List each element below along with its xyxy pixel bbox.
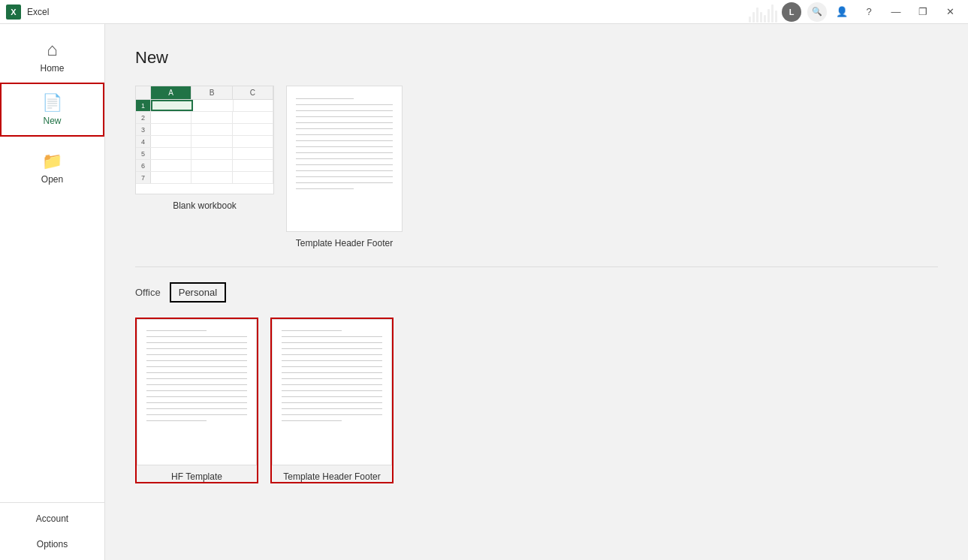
new-icon: 📄 — [42, 93, 62, 113]
wb-row-1: 1 — [136, 100, 273, 112]
app-title: Excel — [27, 7, 49, 17]
hf-template-thumbnail — [137, 319, 257, 465]
title-bar-controls: L 🔍 👤 ? — ❐ ✕ — [782, 0, 962, 24]
sidebar-new-label: New — [43, 116, 61, 126]
wb-row-6: 6 — [136, 160, 273, 172]
sidebar-item-new[interactable]: 📄 New — [0, 83, 104, 137]
hf-template-card[interactable]: HF Template — [135, 318, 258, 483]
sidebar-item-open[interactable]: 📁 Open — [0, 143, 104, 194]
personal-template-header-footer-card[interactable]: Template Header Footer — [270, 318, 394, 483]
filter-tabs: Office Personal — [135, 282, 938, 303]
sidebar-open-label: Open — [41, 174, 63, 185]
minimize-button[interactable]: — — [884, 0, 908, 24]
decorative-bars — [749, 2, 777, 23]
wb-row-4: 4 — [136, 136, 273, 148]
featured-template-label: Template Header Footer — [296, 238, 393, 248]
featured-template-card[interactable]: Template Header Footer — [286, 86, 403, 248]
sidebar: ⌂ Home 📄 New 📁 Open Account Options — [0, 24, 105, 560]
featured-template-thumbnail — [286, 86, 403, 232]
sidebar-item-home[interactable]: ⌂ Home — [0, 30, 104, 83]
wb-rows: 1 2 3 — [136, 100, 273, 184]
sidebar-account[interactable]: Account — [0, 506, 104, 531]
excel-logo: X — [6, 5, 21, 20]
search-button[interactable]: 🔍 — [807, 2, 827, 22]
home-icon: ⌂ — [47, 39, 58, 60]
filter-tab-personal[interactable]: Personal — [170, 282, 226, 303]
title-bar: X Excel L 🔍 👤 ? — ❐ ✕ — [0, 0, 968, 24]
sidebar-bottom: Account Options — [0, 502, 104, 560]
maximize-button[interactable]: ❐ — [911, 0, 935, 24]
sidebar-options[interactable]: Options — [0, 531, 104, 557]
wb-row-2: 2 — [136, 112, 273, 124]
wb-row-3: 3 — [136, 124, 273, 136]
title-bar-left: X Excel — [6, 5, 749, 20]
section-divider — [135, 266, 938, 267]
wb-header: A B C — [136, 86, 273, 100]
col-C: C — [233, 86, 273, 99]
sidebar-spacer — [0, 194, 104, 502]
filter-label: Office — [135, 287, 161, 298]
share-icon[interactable]: 👤 — [830, 0, 854, 24]
blank-workbook-card[interactable]: A B C 1 2 — [135, 86, 274, 248]
wb-row-7: 7 — [136, 172, 273, 184]
wb-corner — [136, 86, 151, 99]
personal-template-thumbnail — [272, 319, 392, 465]
sidebar-home-label: Home — [40, 63, 64, 74]
col-B: B — [191, 86, 232, 99]
open-icon: 📁 — [42, 152, 62, 171]
personal-template-label: Template Header Footer — [283, 471, 380, 482]
user-avatar[interactable]: L — [782, 2, 801, 22]
page-title: New — [135, 48, 938, 68]
featured-templates-row: A B C 1 2 — [135, 86, 938, 248]
blank-workbook-label: Blank workbook — [173, 200, 237, 211]
app-body: ⌂ Home 📄 New 📁 Open Account Options New — [0, 24, 968, 560]
hf-template-label: HF Template — [171, 471, 222, 482]
close-button[interactable]: ✕ — [938, 0, 962, 24]
help-button[interactable]: ? — [857, 0, 881, 24]
wb-row-5: 5 — [136, 148, 273, 160]
personal-templates-row: HF Template — [135, 318, 938, 483]
col-A: A — [151, 86, 191, 99]
main-content: New A B C 1 — [105, 24, 968, 560]
blank-workbook-thumbnail: A B C 1 2 — [135, 86, 274, 194]
